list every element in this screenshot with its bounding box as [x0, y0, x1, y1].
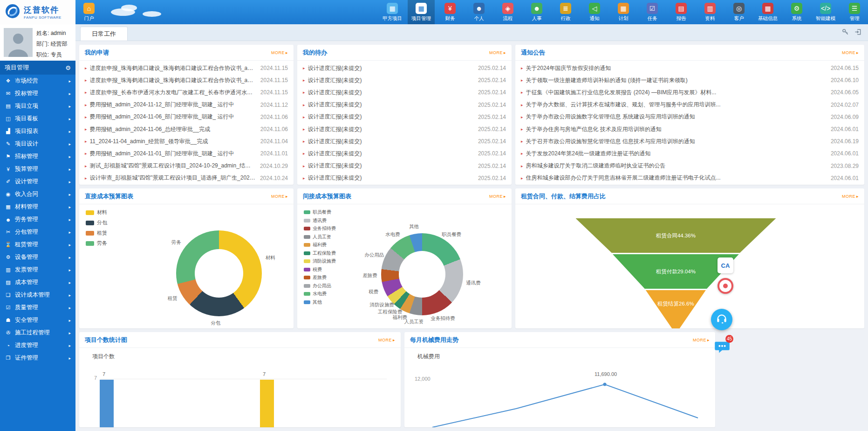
nav-item-客户[interactable]: ◎客户	[725, 0, 752, 24]
more-link[interactable]: MORE▸	[271, 194, 288, 199]
funnel-segment-contract[interactable]: 租赁合同44.36%	[575, 218, 776, 253]
project-count-bar-chart[interactable]: 项目个数 7 7 7	[79, 348, 401, 427]
list-item[interactable]: ▸关于2024年国庆节放假安排的通知2024.06.15	[521, 62, 859, 74]
nav-item-智能建模[interactable]: </>智能建模	[812, 0, 839, 24]
more-link[interactable]: MORE▸	[842, 50, 859, 55]
sidebar-item-进度管理[interactable]: ◔进度管理▸	[0, 339, 75, 352]
legend-item-职员餐费[interactable]: 职员餐费	[304, 209, 336, 216]
nav-item-系统[interactable]: ⚙系统	[783, 0, 810, 24]
nav-item-管理[interactable]: ☰管理	[841, 0, 868, 24]
sidebar-item-设计成本管理[interactable]: ❏设计成本管理▸	[0, 289, 75, 301]
list-item[interactable]: ▸测试_彭祖新城"四馆"景观工程设计项目_2024-10-29_admin_结束…	[85, 160, 288, 172]
nav-item-行政[interactable]: ≣行政	[552, 0, 579, 24]
list-item[interactable]: ▸设计进度汇报(未提交)2025.02.14	[303, 147, 506, 160]
legend-item-业务招待费[interactable]: 业务招待费	[304, 225, 336, 232]
sidebar-item-劳务管理[interactable]: ☻劳务管理▸	[0, 213, 75, 226]
nav-item-甲方项目[interactable]: ▦甲方项目	[379, 0, 406, 24]
list-item[interactable]: ▸费用报销_admin_2024-11-01_部门经理审批_胡建_ 运行中202…	[85, 147, 288, 160]
list-item[interactable]: ▸设计进度汇报(未提交)2025.02.14	[303, 99, 506, 111]
sidebar-item-分包管理[interactable]: ✂分包管理▸	[0, 226, 75, 238]
rental-funnel-chart[interactable]: 租赁合同44.36% 租赁付款29.04% 租赁结算26.6%	[515, 204, 864, 328]
sidebar-item-项目看板[interactable]: ◫项目看板▸	[0, 112, 75, 125]
legend-item-办公用品[interactable]: 办公用品	[304, 283, 336, 289]
list-item[interactable]: ▸费用报销_admin_2024-11-06_总经理审批__完成2024.11.…	[85, 123, 288, 135]
list-item[interactable]: ▸设计进度汇报(未提交)2025.02.14	[303, 135, 506, 147]
sidebar-item-质量管理[interactable]: ☑质量管理▸	[0, 301, 75, 314]
bar[interactable]	[100, 380, 114, 427]
list-item[interactable]: ▸设计进度汇报(未提交)2025.02.14	[303, 172, 506, 184]
legend-item-福利费[interactable]: 福利费	[304, 242, 336, 248]
more-link[interactable]: MORE▸	[842, 194, 859, 199]
legend-item-通讯费[interactable]: 通讯费	[304, 217, 336, 224]
more-link[interactable]: MORE▸	[378, 338, 395, 342]
sidebar-item-项目报表[interactable]: ▟项目报表▸	[0, 125, 75, 138]
list-item[interactable]: ▸进度款申报_珠海鹤港口建设_珠海鹤港口建设工程合作协议书_admin_...2…	[85, 62, 288, 74]
nav-item-计划[interactable]: ▦计划	[610, 0, 637, 24]
legend-item-工程保险费[interactable]: 工程保险费	[304, 250, 336, 257]
list-item[interactable]: ▸设计进度汇报(未提交)2025.02.14	[303, 62, 506, 74]
sidebar-item-租赁管理[interactable]: ⌛租赁管理▸	[0, 238, 75, 251]
nav-item-人事[interactable]: ☻人事	[523, 0, 550, 24]
legend-item-消防设施费[interactable]: 消防设施费	[304, 258, 336, 264]
list-item[interactable]: ▸11_2024-11-04_admin_经营部_领导审批__完成2024.11…	[85, 135, 288, 147]
list-item[interactable]: ▸进度款申报_长春市伊通河水力发电厂改建工程_长春市伊通河水力发电...2024…	[85, 86, 288, 98]
list-item[interactable]: ▸进度款申报_珠海鹤港口建设_珠海鹤港口建设工程合作协议书_admin_...2…	[85, 74, 288, 86]
legend-item-劳务[interactable]: 劳务	[86, 240, 107, 247]
chat-widget[interactable]: 45	[714, 339, 731, 356]
nav-item-门户[interactable]: ⌂门户	[75, 0, 103, 24]
legend-item-材料[interactable]: 材料	[86, 209, 107, 216]
sidebar-item-项目设计[interactable]: ✎项目设计▸	[0, 138, 75, 150]
list-item[interactable]: ▸关于发放2024年第24批一级建造师注册证书的通知2024.06.01	[521, 147, 859, 160]
sidebar-item-项目立项[interactable]: ▤项目立项▸	[0, 100, 75, 112]
nav-item-流程[interactable]: ◈流程	[494, 0, 521, 24]
sidebar-item-招标管理[interactable]: ⚑招标管理▸	[0, 150, 75, 163]
tab-daily-work[interactable]: 日常工作	[80, 27, 128, 41]
logout-icon[interactable]	[854, 28, 861, 37]
list-item[interactable]: ▸住房和城乡建设部办公厅关于同意吉林省开展二级建造师注册证书电子化试点...20…	[521, 172, 859, 184]
sidebar-item-设计管理[interactable]: ✐设计管理▸	[0, 175, 75, 188]
list-item[interactable]: ▸设计审查_彭祖新城"四馆"景观工程设计项目_请选择_胡广生_2024-10-2…	[85, 172, 288, 184]
sidebar-item-发票管理[interactable]: ▥发票管理▸	[0, 264, 75, 276]
nav-item-项目管理[interactable]: ▦项目管理	[408, 0, 435, 24]
legend-item-分包[interactable]: 分包	[86, 219, 107, 226]
target-widget[interactable]	[718, 278, 733, 294]
more-link[interactable]: MORE▸	[489, 50, 506, 55]
sidebar-item-成本管理[interactable]: ▨成本管理▸	[0, 276, 75, 289]
legend-item-税费[interactable]: 税费	[304, 266, 336, 273]
list-item[interactable]: ▸于征集《中国建筑施工行业信息化发展报告 (2024) —BIM应用与发展》材料…	[521, 86, 859, 98]
list-item[interactable]: ▸关于领取一级注册建造师培训补贴的通知 (须持一建证书前来领取)2024.06.…	[521, 74, 859, 86]
settings-gear-icon[interactable]: ⚙	[65, 64, 71, 71]
customer-service-widget[interactable]	[711, 309, 732, 330]
more-link[interactable]: MORE▸	[693, 338, 710, 342]
nav-item-个人[interactable]: ☻个人	[465, 0, 492, 24]
sidebar-item-设备管理[interactable]: ⚙设备管理▸	[0, 251, 75, 264]
sidebar-item-材料管理[interactable]: ▦材料管理▸	[0, 201, 75, 213]
sidebar-item-投标管理[interactable]: ✉投标管理▸	[0, 87, 75, 100]
nav-item-财务[interactable]: ¥财务	[437, 0, 464, 24]
list-item[interactable]: ▸关于举办住房与房地产信息化 技术及应用培训班的通知2024.06.01	[521, 123, 859, 135]
sidebar-item-收入合同[interactable]: ◉收入合同▸	[0, 188, 75, 201]
list-item[interactable]: ▸房和城乡建设厅关于取消二级建造师临时执业证书的公告2023.08.29	[521, 160, 859, 172]
nav-item-基础信息[interactable]: ▦基础信息	[754, 0, 781, 24]
list-item[interactable]: ▸费用报销_admin_2024-11-06_部门经理审批_胡建_ 运行中202…	[85, 111, 288, 123]
list-item[interactable]: ▸设计进度汇报(未提交)2025.02.14	[303, 111, 506, 123]
legend-item-其他[interactable]: 其他	[304, 299, 336, 306]
legend-item-租赁[interactable]: 租赁	[86, 229, 107, 236]
direct-cost-donut-chart[interactable]: 材料分包租赁劳务材料分包租赁劳务	[79, 204, 294, 328]
list-item[interactable]: ▸设计进度汇报(未提交)2025.02.14	[303, 123, 506, 135]
legend-item-人员工资[interactable]: 人员工资	[304, 234, 336, 240]
sidebar-item-市场经营[interactable]: ❖市场经营▸	[0, 75, 75, 87]
password-key-icon[interactable]	[842, 28, 849, 37]
bar[interactable]	[260, 380, 274, 427]
nav-item-任务[interactable]: ☑任务	[639, 0, 666, 24]
list-item[interactable]: ▸关于举办市政公用设施数字化管理信息 系统建设与应用培训班的通知2024.06.…	[521, 111, 859, 123]
nav-item-通知[interactable]: ◁通知	[581, 0, 608, 24]
list-item[interactable]: ▸关于举办大数据、云计算技术在城市建设、规划、管理与服务中的应用培训班...20…	[521, 99, 859, 111]
machine-cost-line-chart[interactable]: 机械费用 12,000 11,690.00	[404, 348, 715, 427]
indirect-cost-donut-chart[interactable]: 职员餐费通讯费业务招待费人员工资福利费工程保险费消防设施费税费差旅费办公用品水电…	[297, 204, 512, 328]
funnel-segment-settlement[interactable]: 租赁结算26.6%	[575, 290, 776, 328]
legend-item-差旅费[interactable]: 差旅费	[304, 274, 336, 281]
sidebar-item-安全管理[interactable]: ☗安全管理▸	[0, 314, 75, 327]
list-item[interactable]: ▸设计进度汇报(未提交)2025.02.14	[303, 86, 506, 98]
list-item[interactable]: ▸费用报销_admin_2024-11-12_部门经理审批_胡建_ 运行中202…	[85, 99, 288, 111]
